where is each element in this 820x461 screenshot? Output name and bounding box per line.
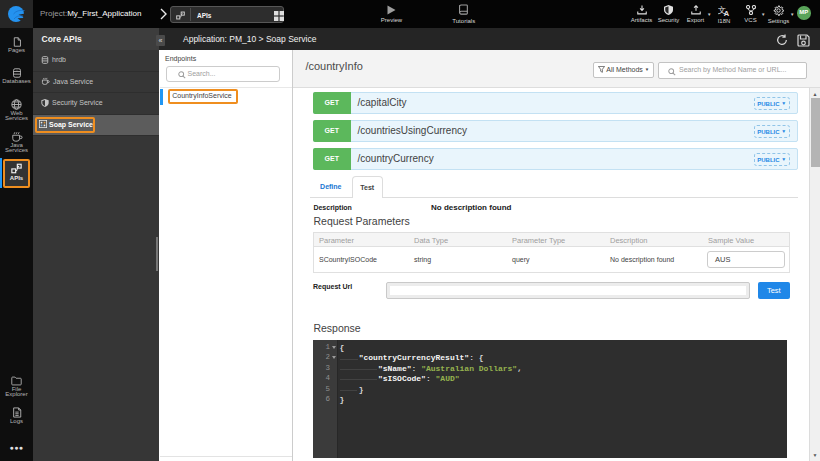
svg-text:A: A [724, 8, 730, 15]
